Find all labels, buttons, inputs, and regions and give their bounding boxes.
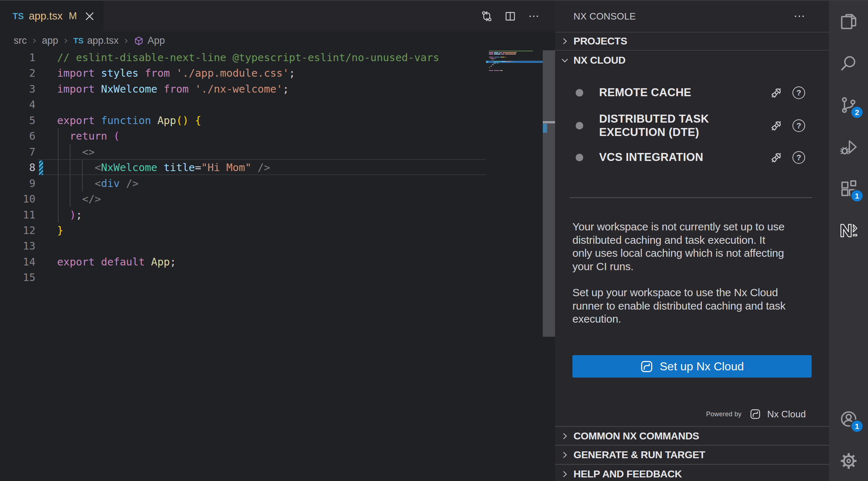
minimap-modified-edge-marker [486, 61, 488, 63]
minimap[interactable] [486, 50, 543, 93]
activity-files-icon[interactable] [829, 1, 868, 42]
vscode-window: TS app.tsx M src app TS app.tsx App 1234… [0, 0, 868, 481]
nx-cloud-icon [749, 408, 761, 420]
line-number: 7 [0, 144, 35, 160]
tab-app-tsx[interactable]: TS app.tsx M [0, 1, 104, 31]
line-number: 12 [0, 223, 35, 238]
minimap-line-bar [516, 52, 516, 53]
split-editor-icon[interactable] [504, 10, 516, 22]
activity-nx-logo-icon[interactable] [829, 210, 868, 251]
breadcrumb-item-app-tsx[interactable]: app.tsx [87, 35, 119, 46]
code-token: </> [82, 193, 101, 205]
minimap-line-bar [490, 58, 495, 59]
code-editor[interactable]: 123456789101112131415 // eslint-disable-… [0, 50, 555, 481]
code-token: from [145, 67, 170, 79]
code-token [57, 177, 95, 190]
section-help-and-feedback[interactable]: HELP AND FEEDBACK [555, 464, 829, 481]
more-actions-icon[interactable] [793, 10, 806, 23]
minimap-line-bar [491, 66, 492, 67]
line-number: 6 [0, 128, 35, 144]
code-line-11: ); [57, 207, 82, 223]
code-token: default [101, 256, 145, 268]
code-token: () [176, 114, 189, 127]
activity-extensions-icon[interactable]: 1 [829, 168, 868, 209]
chevron-right-icon [560, 469, 570, 479]
code-token [189, 114, 195, 127]
code-token: < [95, 161, 101, 174]
minimap-line-bar [506, 61, 511, 62]
activity-source-control-icon[interactable]: 2 [829, 84, 868, 126]
minimap-line-bar [515, 54, 516, 54]
nx-cloud-brand-label: Nx Cloud [767, 409, 806, 420]
panel-title: NX CONSOLE [573, 11, 636, 22]
editor-group: TS app.tsx M src app TS app.tsx App 1234… [0, 1, 555, 481]
code-token [120, 177, 126, 190]
code-token [189, 83, 195, 95]
more-actions-icon[interactable] [528, 10, 540, 22]
tab-close-icon[interactable] [84, 10, 95, 22]
feature-row: VCS INTEGRATION? [555, 151, 829, 164]
activity-search-icon[interactable] [829, 43, 868, 84]
breadcrumb-item-App[interactable]: App [147, 35, 165, 46]
minimap-line-bar [494, 54, 500, 54]
code-token: < [95, 177, 101, 190]
code-token: // eslint-disable-next-line @typescript-… [57, 51, 439, 64]
line-number: 11 [0, 207, 35, 223]
editor-scrollbar[interactable] [543, 50, 555, 481]
code-token: ; [170, 256, 176, 268]
minimap-line-bar [494, 57, 500, 58]
minimap-line-bar [495, 58, 496, 59]
panel-title-bar: NX CONSOLE [555, 1, 829, 32]
code-token: = [195, 161, 201, 174]
section-label: GENERATE & RUN TARGET [573, 449, 705, 461]
section-generate-run-target[interactable]: GENERATE & RUN TARGET [555, 445, 829, 464]
code-token: styles [101, 67, 138, 79]
code-token: NxWelcome [101, 161, 157, 174]
code-token: return [70, 130, 107, 142]
section-label: NX CLOUD [573, 55, 626, 66]
nx-logo-icon [839, 221, 858, 240]
feature-label: REMOTE CACHE [599, 86, 691, 99]
feature-label: VCS INTEGRATION [599, 151, 703, 164]
chevron-right-icon [123, 38, 129, 44]
plug-icon[interactable] [768, 85, 784, 101]
badge: 2 [850, 106, 864, 119]
code-token [170, 67, 176, 79]
line-number: 10 [0, 191, 35, 207]
activity-settings-gear-icon[interactable] [829, 440, 868, 481]
open-changes-icon[interactable] [481, 10, 493, 22]
code-token [57, 146, 82, 158]
activity-account-icon[interactable]: 1 [829, 398, 868, 440]
code-token: /> [258, 161, 270, 174]
code-line-6: return ( [57, 128, 120, 144]
breadcrumb-item-src[interactable]: src [14, 35, 27, 46]
code-line-1: // eslint-disable-next-line @typescript-… [57, 50, 439, 65]
line-number: 8 [0, 160, 35, 175]
help-icon[interactable]: ? [792, 86, 805, 99]
minimap-line-bar [494, 70, 499, 71]
line-number: 4 [0, 97, 35, 112]
help-icon[interactable]: ? [792, 151, 805, 164]
section-common-nx-commands[interactable]: COMMON NX COMMANDS [555, 426, 829, 445]
code-line-3: import NxWelcome from './nx-welcome'; [57, 81, 289, 97]
activity-run-debug-icon[interactable] [829, 126, 868, 168]
minimap-line-bar [494, 61, 500, 62]
code-token: NxWelcome [101, 83, 157, 95]
code-token [57, 193, 82, 205]
minimap-line-bar [489, 54, 493, 54]
set-up-nx-cloud-button[interactable]: Set up Nx Cloud [572, 355, 812, 378]
code-token: './app.module.css' [176, 67, 289, 79]
section-projects[interactable]: PROJECTS [555, 32, 829, 51]
help-icon[interactable]: ? [792, 119, 805, 132]
minimap-line-bar [489, 57, 493, 58]
minimap-line-bar [505, 57, 506, 58]
scrollbar-slider[interactable] [543, 50, 555, 337]
nx-cloud-icon [640, 360, 653, 373]
plug-icon[interactable] [768, 118, 784, 134]
code-token: App [157, 114, 176, 127]
overview-cursor-marker [543, 121, 555, 123]
code-line-12: } [57, 223, 63, 238]
plug-icon[interactable] [768, 150, 784, 166]
breadcrumb-item-app[interactable]: app [42, 35, 58, 46]
section-nx-cloud[interactable]: NX CLOUD [555, 51, 829, 69]
